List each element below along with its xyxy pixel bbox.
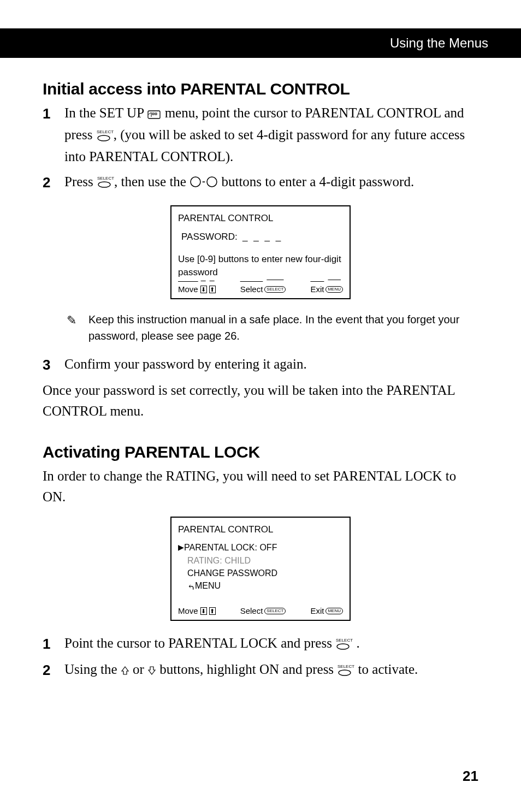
svg-rect-4 [155,113,157,115]
dialog-hint: Use [0-9] buttons to enter new four-digi… [178,253,343,279]
item-label: CHANGE PASSWORD [187,568,277,578]
select-hint: SelectSELECT [240,605,286,617]
svg-rect-3 [152,113,154,115]
select-button-icon: SELECT [335,635,353,655]
up-arrow-icon: ⬆ [209,607,216,615]
digit-button-range-icon: - [190,173,218,193]
note-icon: ✎ [67,311,88,344]
setup-menu-icon [147,104,161,125]
heading-initial-access: Initial access into PARENTAL CONTROL [43,80,478,98]
select-oval-icon: SELECT [264,286,286,293]
svg-text:SELECT: SELECT [338,664,354,669]
down-arrow-icon: ⬇ [200,286,207,293]
item-label: MENU [195,581,221,590]
svg-point-5 [98,135,110,141]
svg-point-7 [98,182,110,187]
svg-line-1 [148,112,151,115]
text: . [353,636,360,650]
menu-item-return: ▶⤶MENU [181,580,343,593]
header-band: Using the Menus [0,28,521,58]
step-body: Point the cursor to PARENTAL LOCK and pr… [64,633,360,655]
text: , then use the [114,174,190,189]
heading-activating: Activating PARENTAL LOCK [43,443,478,461]
page-content: Initial access into PARENTAL CONTROL 1 I… [0,80,521,681]
parental-control-menu-dialog: PARENTAL CONTROL ▶PARENTAL LOCK: OFF ▶RA… [170,517,351,621]
password-row: PASSWORD: _ _ _ _ [181,230,343,244]
svg-point-8 [191,177,200,187]
text: Press [64,174,97,189]
return-arrow-icon: ⤶ [187,580,195,593]
activating-intro: In order to change the RATING, you will … [43,466,478,507]
menu-oval-icon: MENU [325,286,343,293]
text: or [129,662,147,677]
menu-oval-icon: MENU [325,608,343,614]
down-arrow-icon: ⬇ [200,607,207,615]
select-label-text: SELECT [97,129,114,134]
step-1-initial: 1 In the SET UP menu, point the cursor t… [43,103,478,167]
menu-item-parental-lock: ▶PARENTAL LOCK: OFF [178,542,343,554]
text: Using the [64,662,121,677]
cursor-triangle-icon: ▶ [178,542,184,553]
step-number: 2 [43,171,64,193]
step-body: Using the or buttons, highlight ON and p… [64,659,418,681]
svg-point-10 [207,177,217,187]
up-arrow-outline-icon [121,661,129,681]
dialog-title: PARENTAL CONTROL [178,212,343,225]
svg-text:SELECT: SELECT [336,638,353,643]
select-button-icon: SELECT [337,661,354,681]
select-label: Select [240,283,263,295]
menu-item-change-password: ▶CHANGE PASSWORD [181,567,343,579]
text: In the SET UP [64,105,147,120]
step-body: Press SELECT, then use the - buttons to … [64,171,414,193]
move-hint: Move⬇⬆ [178,605,216,617]
note-text: Keep this instruction manual in a safe p… [88,311,478,344]
post-paragraph: Once your password is set correctly, you… [43,380,478,421]
select-hint: SelectSELECT [240,283,286,295]
step-body: In the SET UP menu, point the cursor to … [64,103,478,167]
text: Point the cursor to PARENTAL LOCK and pr… [64,636,335,650]
text: , (you will be asked to set 4-digit pass… [64,127,465,164]
select-button-icon: SELECT [97,173,114,193]
page-number: 21 [463,768,478,785]
password-value: _ _ _ _ [242,232,282,242]
up-arrow-icon: ⬆ [209,286,216,293]
svg-point-12 [337,644,349,649]
item-label: RATING: CHILD [187,556,251,565]
exit-hint: ExitMENU [310,605,343,617]
dialog-title: PARENTAL CONTROL [178,523,343,536]
exit-label: Exit [310,605,324,617]
svg-text:SELECT: SELECT [97,176,114,181]
down-arrow-outline-icon [147,661,156,681]
svg-point-14 [339,670,351,675]
step-number: 2 [43,659,64,681]
dialog-footer: Move⬇⬆ SelectSELECT ExitMENU [178,281,343,295]
parental-control-password-dialog: PARENTAL CONTROL PASSWORD: _ _ _ _ Use [… [170,205,351,299]
move-label: Move [178,283,198,295]
item-label: PARENTAL LOCK: OFF [184,543,277,552]
text: to activate. [354,662,418,677]
step-3-initial: 3 Confirm your password by entering it a… [43,354,478,376]
select-button-icon: SELECT [96,126,114,147]
step-number: 1 [43,633,64,655]
dialog-footer: Move⬇⬆ SelectSELECT ExitMENU [178,603,343,617]
text: buttons to enter a 4-digit password. [218,174,414,189]
exit-hint: ExitMENU [310,283,343,295]
step-number: 3 [43,354,64,376]
exit-label: Exit [310,283,324,295]
header-title: Using the Menus [390,35,488,51]
select-oval-icon: SELECT [264,608,286,614]
step-1-activating: 1 Point the cursor to PARENTAL LOCK and … [43,633,478,655]
move-label: Move [178,605,198,617]
select-label: Select [240,605,263,617]
step-number: 1 [43,103,64,125]
note-block: ✎ Keep this instruction manual in a safe… [67,311,478,344]
step-2-activating: 2 Using the or buttons, highlight ON and… [43,659,478,681]
move-hint: Move⬇⬆ [178,283,216,295]
menu-item-rating: ▶RATING: CHILD [181,555,343,567]
text: buttons, highlight ON and press [156,662,337,677]
password-label: PASSWORD: [181,232,238,242]
step-body: Confirm your password by entering it aga… [64,354,307,375]
step-2-initial: 2 Press SELECT, then use the - buttons t… [43,171,478,193]
svg-text:-: - [202,176,205,187]
